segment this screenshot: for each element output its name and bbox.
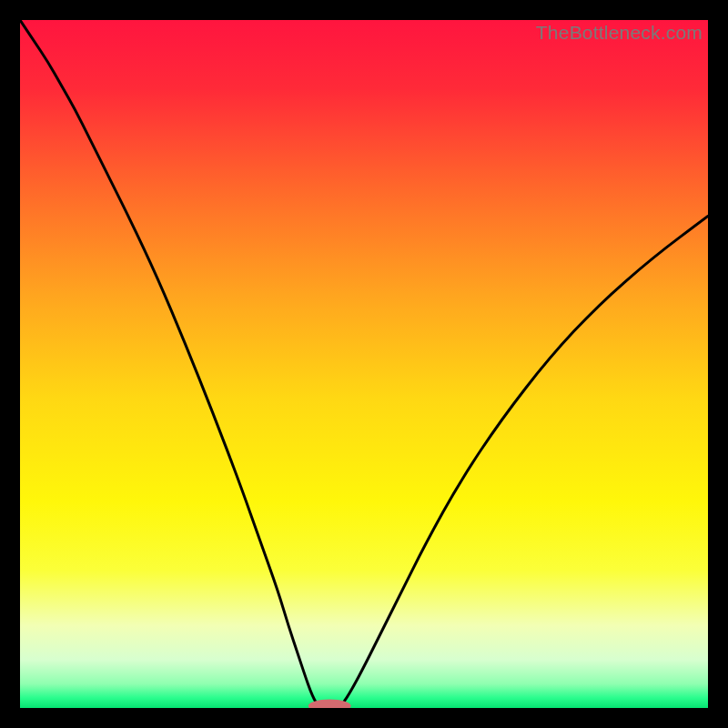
chart-frame: TheBottleneck.com — [20, 20, 708, 708]
gradient-background — [20, 20, 708, 708]
chart-svg — [20, 20, 708, 708]
watermark-text: TheBottleneck.com — [536, 22, 703, 44]
